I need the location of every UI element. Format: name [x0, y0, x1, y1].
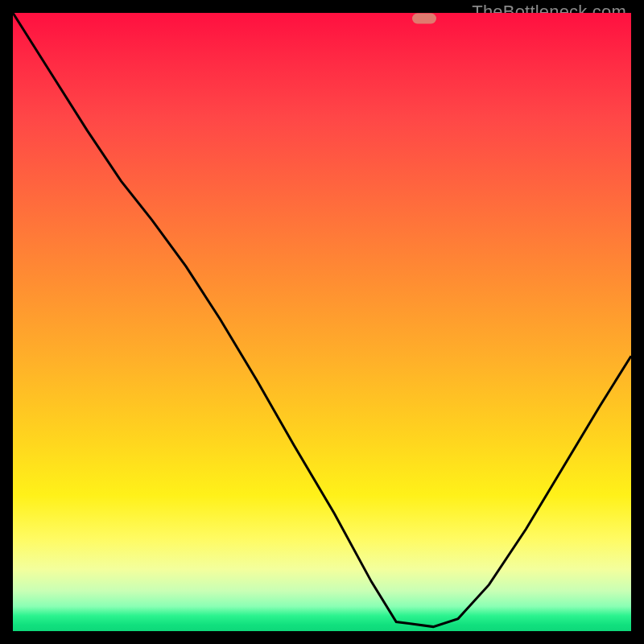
- chart-frame: TheBottleneck.com: [13, 13, 631, 631]
- plot-area: [13, 13, 631, 631]
- bottleneck-curve: [13, 13, 631, 627]
- curve-svg: [13, 13, 631, 631]
- optimal-marker-icon: [412, 13, 436, 23]
